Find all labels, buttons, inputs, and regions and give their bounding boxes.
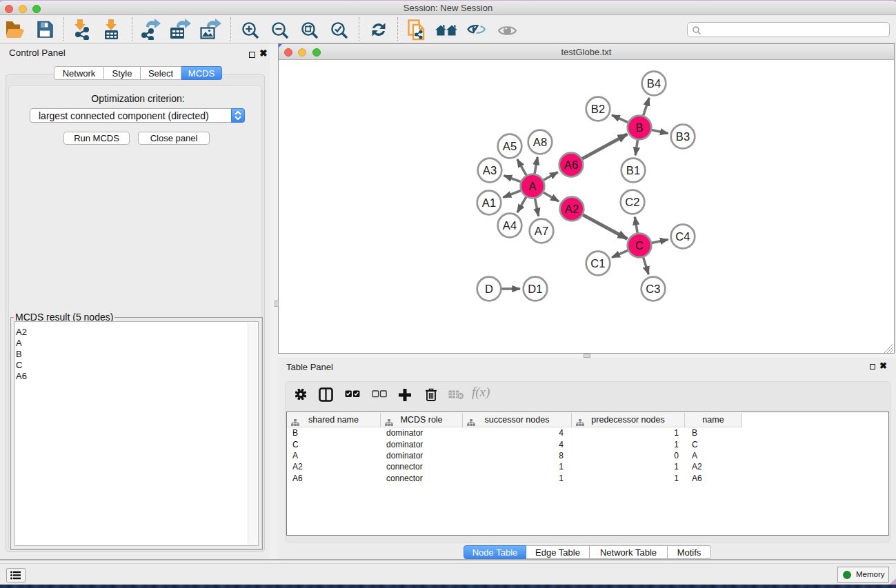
svg-text:B1: B1 xyxy=(626,164,641,176)
svg-text:A: A xyxy=(528,180,536,192)
svg-text:A6: A6 xyxy=(564,159,579,171)
svg-text:B3: B3 xyxy=(676,130,690,143)
svg-text:A7: A7 xyxy=(535,225,549,237)
svg-text:C: C xyxy=(635,239,644,252)
svg-text:C2: C2 xyxy=(625,196,640,208)
svg-text:C4: C4 xyxy=(675,230,690,243)
svg-text:A3: A3 xyxy=(483,164,497,176)
svg-text:D: D xyxy=(485,283,493,295)
svg-text:C1: C1 xyxy=(590,257,606,270)
svg-text:A5: A5 xyxy=(503,140,517,152)
svg-text:D1: D1 xyxy=(528,283,543,295)
svg-text:C3: C3 xyxy=(646,283,661,295)
svg-text:B: B xyxy=(635,121,643,134)
svg-text:A8: A8 xyxy=(533,136,548,148)
svg-text:A4: A4 xyxy=(503,219,517,232)
svg-text:B4: B4 xyxy=(647,77,661,90)
svg-text:A2: A2 xyxy=(565,203,579,215)
svg-text:A1: A1 xyxy=(482,196,497,209)
svg-text:B2: B2 xyxy=(591,103,606,115)
